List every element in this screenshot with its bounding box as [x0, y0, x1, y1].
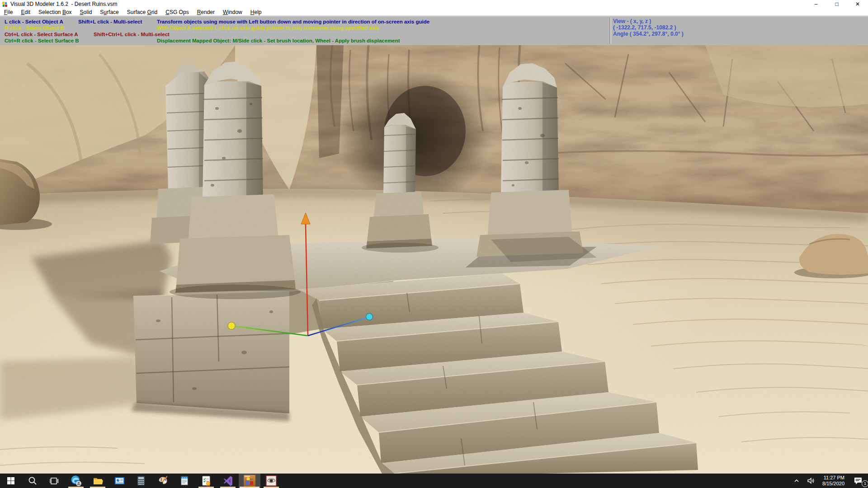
menu-window[interactable]: Window	[219, 9, 246, 15]
tray-volume-button[interactable]	[803, 474, 819, 488]
viewport-3d-scene[interactable]	[0, 45, 868, 474]
notepad-icon	[179, 475, 190, 486]
menu-edit[interactable]: Edit	[17, 9, 34, 15]
visual-3d-modeler-icon	[243, 474, 256, 487]
menu-solid[interactable]: Solid	[76, 9, 96, 15]
menu-help[interactable]: Help	[246, 9, 266, 15]
paint-button[interactable]	[152, 474, 174, 488]
help-l2-c1: R click - Select Object B	[5, 25, 64, 31]
menu-bar: File Edit Selection Box Solid Surface Su…	[0, 8, 868, 16]
eye-viewer-button[interactable]	[260, 474, 282, 488]
eye-icon	[265, 475, 277, 487]
help-l3-c1: Ctrl+L click - Select Surface A	[5, 32, 78, 37]
taskbar-clock[interactable]: 11:27 PM 8/15/2020	[819, 475, 848, 487]
scene-grain	[0, 45, 868, 474]
menu-file[interactable]: File	[0, 9, 17, 15]
search-button[interactable]	[22, 474, 43, 488]
calculator-button[interactable]	[130, 474, 152, 488]
help-panel: L click - Select Object A Shift+L click …	[0, 16, 868, 45]
help-l3-c2: Shift+Ctrl+L click - Multi-select	[94, 32, 170, 37]
help-l4-c1: Ctrl+R click - Select Surface B	[5, 38, 79, 43]
certificate-checklist-button[interactable]	[195, 474, 217, 488]
maximize-button[interactable]: □	[826, 0, 847, 8]
task-view-icon	[49, 476, 59, 486]
minimize-button[interactable]: –	[806, 0, 826, 8]
gizmo-left-handle[interactable]	[228, 322, 235, 329]
clock-date: 8/15/2020	[822, 481, 844, 487]
view-coords-value: ( -1322.2, 717.5, -1082.2 )	[613, 24, 676, 31]
system-tray: 11:27 PM 8/15/2020 1	[790, 474, 868, 488]
help-l4-c3: Displacement Mapped Object: M/Side click…	[157, 38, 400, 43]
viewport-3d[interactable]	[0, 45, 868, 474]
file-explorer-button[interactable]	[87, 474, 108, 488]
search-icon	[28, 476, 38, 486]
edge-button[interactable]	[65, 474, 87, 488]
visual-studio-icon	[222, 475, 234, 487]
checklist-certificate-icon	[201, 475, 212, 486]
system-monitor-button[interactable]	[108, 474, 130, 488]
visual-studio-button[interactable]	[217, 474, 239, 488]
menu-selection-box[interactable]: Selection Box	[34, 9, 76, 15]
notification-count-badge: 1	[862, 480, 868, 487]
windows-logo-icon	[6, 476, 16, 486]
menu-csg-ops[interactable]: CSG Ops	[161, 9, 193, 15]
close-button[interactable]: ✕	[847, 0, 868, 8]
menu-render[interactable]: Render	[193, 9, 219, 15]
monitor-chart-icon	[114, 475, 125, 487]
view-angle-value: Angle ( 354.2°, 297.8°, 0.0° )	[613, 31, 684, 37]
view-panel-separator	[609, 18, 611, 44]
view-coords-header: View - ( x, y, z )	[613, 18, 651, 24]
notification-bubble-icon	[854, 476, 863, 485]
paint-palette-icon	[157, 475, 169, 487]
task-view-button[interactable]	[43, 474, 65, 488]
desktop: Visual 3D Modeler 1.6.2 - Desert Ruins.v…	[0, 0, 868, 488]
speaker-icon	[807, 477, 816, 485]
menu-surface[interactable]: Surface	[96, 9, 123, 15]
action-center-button[interactable]: 1	[848, 474, 868, 488]
help-l1-c1: L click - Select Object A	[5, 19, 63, 24]
taskbar: 11:27 PM 8/15/2020 1	[0, 474, 868, 488]
clock-time: 11:27 PM	[822, 475, 844, 481]
help-l1-c3: Transform objects using mouse with Left …	[157, 19, 429, 24]
title-bar: Visual 3D Modeler 1.6.2 - Desert Ruins.v…	[0, 0, 868, 8]
help-l2-c3: With Object A selected L click on axis g…	[157, 25, 379, 31]
app-icon[interactable]	[2, 1, 8, 8]
help-l1-c2: Shift+L click - Multi-select	[78, 19, 142, 24]
visual-3d-modeler-button[interactable]	[239, 474, 260, 488]
start-button[interactable]	[0, 474, 22, 488]
notepad-button[interactable]	[174, 474, 195, 488]
gizmo-right-handle[interactable]	[366, 314, 373, 320]
calculator-icon	[136, 475, 146, 486]
chevron-up-icon	[793, 477, 800, 484]
window-title: Visual 3D Modeler 1.6.2 - Desert Ruins.v…	[10, 1, 118, 7]
edge-icon	[70, 475, 82, 487]
tray-chevron-button[interactable]	[790, 474, 803, 488]
menu-surface-grid[interactable]: Surface Grid	[123, 9, 161, 15]
file-explorer-icon	[92, 475, 104, 487]
